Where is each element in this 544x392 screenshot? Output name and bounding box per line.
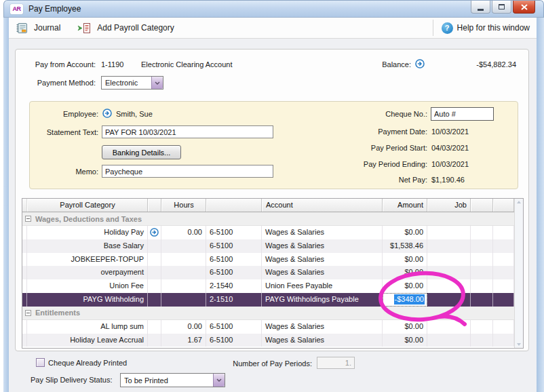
cell-arrow (148, 239, 161, 253)
cheque-already-printed-checkbox[interactable] (36, 358, 45, 367)
cell-acctno: 2-1510 (206, 293, 262, 307)
cell-job (427, 253, 471, 267)
cell-acct: PAYG Withholdings Payable (262, 293, 383, 307)
close-button[interactable] (513, 1, 535, 14)
cell-acctno: 6-5100 (206, 334, 262, 347)
collapse-icon[interactable] (25, 216, 31, 222)
column-header-job[interactable]: Job (427, 199, 471, 212)
cell-acct: Union Fees Payable (262, 279, 383, 293)
collapse-icon[interactable] (25, 310, 31, 316)
column-header-blank[interactable] (493, 199, 514, 212)
maximize-button[interactable] (492, 1, 511, 14)
cell-cat: PAYG Withholding (27, 293, 148, 307)
toolbar: Journal Add Payroll Category ? Help for … (9, 18, 537, 39)
pay-from-account-number: 1-1190 (101, 60, 123, 68)
table-row[interactable]: Union Fee2-1540Union Fees Payable$0.00 (22, 279, 514, 293)
cell-cat: Holiday Leave Accrual (27, 334, 148, 347)
banking-details-button[interactable]: Banking Details... (102, 145, 181, 159)
window-frame-right (537, 18, 544, 392)
app-icon[interactable]: AR (10, 4, 23, 14)
table-row[interactable]: Base Salary6-5100Wages & Salaries$1,538.… (22, 239, 514, 253)
pay-slip-delivery-status-value: To be Printed (121, 376, 213, 385)
group-row[interactable]: Entitlements (22, 307, 514, 320)
cell-acct: Wages & Salaries (262, 239, 383, 253)
pay-slip-delivery-status-dropdown[interactable]: To be Printed (120, 373, 225, 387)
cell-hours (161, 239, 206, 253)
table-row[interactable]: PAYG Withholding2-1510PAYG Withholdings … (22, 293, 514, 307)
cell-hours: 0.00 (161, 320, 206, 334)
minimize-button[interactable] (471, 1, 490, 14)
net-pay-value: $1,190.46 (431, 176, 465, 184)
journal-icon (16, 22, 28, 34)
table-row[interactable]: JOBKEEPER-TOPUP6-5100Wages & Salaries$0.… (22, 253, 514, 267)
window-client-area: Journal Add Payroll Category ? Help for … (9, 18, 537, 392)
cell-job (427, 266, 471, 279)
employee-name: Smith, Sue (116, 110, 153, 118)
journal-button[interactable]: Journal (16, 22, 60, 34)
column-header-account[interactable]: Account (262, 199, 383, 212)
cell-job (427, 320, 471, 334)
employee-zoom-arrow-icon[interactable] (102, 109, 112, 118)
group-label: Entitlements (35, 309, 80, 317)
cell-cat: JOBKEEPER-TOPUP (27, 253, 148, 267)
cell-amt: $0.00 (383, 334, 427, 347)
payment-method-dropdown[interactable]: Electronic (101, 76, 163, 90)
cell-hours (161, 253, 206, 267)
cell-x1 (471, 293, 493, 307)
cell-cat: Base Salary (27, 239, 148, 253)
row-gutter (22, 239, 27, 253)
cell-hours (161, 293, 206, 307)
payroll-table: Payroll CategoryHoursAccountAmountJob Wa… (22, 198, 524, 349)
cell-job (427, 226, 471, 239)
cheque-no-input[interactable] (431, 107, 494, 121)
cell-amt: $0.00 (383, 320, 427, 334)
statement-text-input[interactable] (102, 125, 273, 138)
memo-input[interactable] (102, 165, 273, 178)
cell-arrow (148, 334, 161, 347)
column-header-blank[interactable] (471, 199, 493, 212)
column-header-amount[interactable]: Amount (383, 199, 427, 212)
help-button[interactable]: ? Help for this window (433, 20, 530, 36)
cell-x2 (493, 239, 514, 253)
row-gutter (22, 279, 27, 293)
payment-date-value: 10/03/2021 (431, 128, 469, 136)
table-row[interactable]: Holiday Leave Accrual1.676-5100Wages & S… (22, 334, 514, 347)
row-gutter (22, 226, 27, 239)
group-label: Wages, Deductions and Taxes (35, 215, 142, 223)
table-row[interactable]: overpayment6-5100Wages & Salaries$0.00 (22, 266, 514, 279)
add-payroll-category-button[interactable]: Add Payroll Category (77, 22, 174, 34)
cell-arrow (148, 253, 161, 267)
pay-period-start-value: 04/03/2021 (431, 144, 469, 152)
cell-amt[interactable]: -$348.00 (383, 293, 427, 307)
column-header-blank[interactable] (148, 199, 161, 212)
cell-hours (161, 279, 206, 293)
scroll-down-icon[interactable] (517, 343, 521, 346)
table-row[interactable]: Holiday Pay0.006-5100Wages & Salaries$0.… (22, 226, 514, 239)
title-bar: AR Pay Employee (3, 0, 544, 18)
balance-zoom-arrow-icon[interactable] (415, 59, 425, 68)
column-header-blank[interactable] (206, 199, 262, 212)
scroll-up-icon[interactable] (517, 201, 521, 203)
cell-acctno: 6-5100 (206, 266, 262, 279)
cell-acct: Wages & Salaries (262, 253, 383, 267)
group-row[interactable]: Wages, Deductions and Taxes (22, 212, 514, 226)
vertical-scrollbar[interactable] (514, 199, 523, 348)
table-row[interactable]: AL lump sum0.006-5100Wages & Salaries$0.… (22, 320, 514, 334)
cell-x1 (471, 320, 493, 334)
selected-amount-text: -$348.00 (394, 294, 425, 305)
cell-cat: AL lump sum (27, 320, 148, 334)
zoom-arrow-icon[interactable] (150, 228, 159, 237)
column-header-payroll-category[interactable]: Payroll Category (27, 199, 148, 212)
statement-text-label: Statement Text: (30, 128, 98, 136)
cell-hours: 0.00 (161, 226, 206, 239)
cell-amt: $0.00 (383, 279, 427, 293)
cell-job (427, 279, 471, 293)
chevron-down-icon (151, 77, 163, 89)
number-of-pay-periods-input (317, 357, 355, 369)
cell-x2 (493, 293, 514, 307)
cell-x2 (493, 320, 514, 334)
cell-acctno: 6-5100 (206, 320, 262, 334)
column-header-hours[interactable]: Hours (161, 199, 206, 212)
minimize-icon (478, 9, 484, 11)
cell-x2 (493, 226, 514, 239)
